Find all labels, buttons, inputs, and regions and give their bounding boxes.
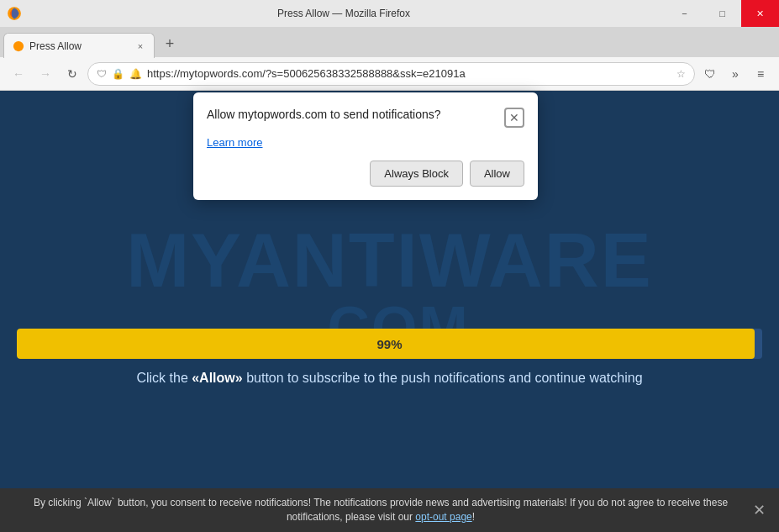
- popup-header: Allow mytopwords.com to send notificatio…: [207, 108, 524, 128]
- maximize-button[interactable]: □: [703, 0, 741, 27]
- forward-button[interactable]: →: [34, 62, 57, 86]
- active-tab[interactable]: Press Allow ×: [3, 33, 155, 58]
- popup-buttons: Always Block Allow: [207, 161, 524, 187]
- always-block-button[interactable]: Always Block: [370, 161, 463, 187]
- titlebar-controls: − □ ✕: [666, 0, 779, 27]
- popup-title: Allow mytopwords.com to send notificatio…: [207, 108, 504, 121]
- banner-close-button[interactable]: ✕: [753, 501, 766, 519]
- tabbar: Press Allow × +: [0, 27, 779, 57]
- learn-more-link[interactable]: Learn more: [207, 136, 524, 149]
- titlebar-title: Press Allow — Mozilla Firefox: [22, 8, 666, 19]
- notification-icon: 🔔: [129, 68, 142, 80]
- reload-button[interactable]: ↻: [61, 62, 84, 86]
- cta-text-before: Click the: [136, 371, 192, 385]
- svg-point-2: [13, 40, 24, 50]
- tab-title: Press Allow: [29, 40, 129, 52]
- shield-button[interactable]: 🛡: [698, 62, 722, 86]
- minimize-button[interactable]: −: [666, 0, 703, 27]
- cta-highlight: «Allow»: [192, 371, 242, 385]
- allow-button[interactable]: Allow: [470, 161, 524, 187]
- bottom-banner-text: By clicking `Allow` button, you consent …: [17, 496, 745, 524]
- opt-out-link[interactable]: opt-out page: [415, 511, 471, 523]
- nav-right-icons: 🛡 » ≡: [698, 62, 772, 86]
- bottom-banner: By clicking `Allow` button, you consent …: [0, 488, 779, 532]
- banner-text-end: !: [472, 511, 475, 523]
- titlebar: Press Allow — Mozilla Firefox − □ ✕: [0, 0, 779, 27]
- cta-text-after: button to subscribe to the push notifica…: [243, 371, 643, 385]
- extensions-button[interactable]: »: [724, 62, 747, 86]
- url-display: https://mytopwords.com/?s=50062563833258…: [147, 67, 671, 80]
- firefox-logo-icon: [7, 6, 22, 21]
- popup-close-button[interactable]: ✕: [504, 108, 524, 128]
- progress-area: 99% Click the «Allow» button to subscrib…: [17, 329, 762, 387]
- notification-popup: Allow mytopwords.com to send notificatio…: [193, 92, 538, 200]
- tab-close-button[interactable]: ×: [134, 40, 147, 53]
- cta-text: Click the «Allow» button to subscribe to…: [136, 369, 642, 387]
- address-bar[interactable]: 🛡 🔒 🔔 https://mytopwords.com/?s=50062563…: [87, 62, 695, 86]
- bookmark-icon[interactable]: ☆: [676, 68, 686, 80]
- lock-icon: 🔒: [112, 68, 124, 80]
- progress-label: 99%: [376, 336, 402, 350]
- progress-bar-wrapper: 99%: [17, 329, 762, 359]
- titlebar-left: [0, 6, 22, 21]
- back-button[interactable]: ←: [7, 62, 30, 86]
- new-tab-button[interactable]: +: [158, 32, 182, 55]
- close-button[interactable]: ✕: [741, 0, 779, 27]
- tab-favicon-icon: [13, 40, 24, 52]
- shield-small-icon: 🛡: [97, 68, 107, 80]
- banner-text-before: By clicking `Allow` button, you consent …: [34, 497, 728, 523]
- watermark-line1: MYANTIWARE: [126, 223, 653, 298]
- menu-button[interactable]: ≡: [749, 62, 772, 86]
- navbar: ← → ↻ 🛡 🔒 🔔 https://mytopwords.com/?s=50…: [0, 57, 779, 91]
